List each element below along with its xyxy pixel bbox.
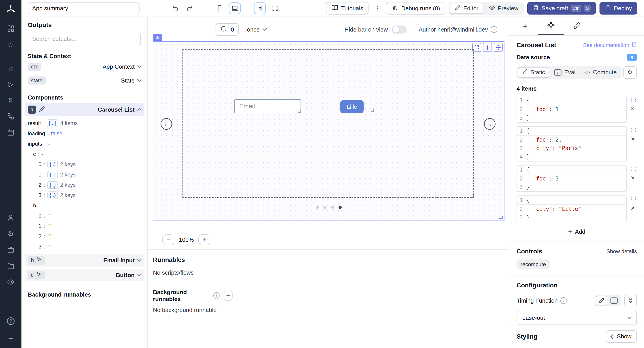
chevron-down-icon: [137, 257, 142, 262]
ctx-row[interactable]: ctx App Context: [28, 60, 141, 74]
show-styling-button[interactable]: Show: [606, 330, 637, 343]
email-resize-handle[interactable]: [298, 110, 301, 113]
windmill-logo-icon[interactable]: [6, 4, 16, 14]
frequency-dropdown[interactable]: once: [247, 26, 266, 33]
flows-icon[interactable]: [0, 108, 22, 124]
app-canvas[interactable]: a Lille ← →: [153, 41, 504, 221]
redo-icon[interactable]: [184, 3, 195, 14]
folders-icon[interactable]: [0, 258, 22, 274]
home-icon[interactable]: ⌂: [0, 60, 22, 76]
editor-tab[interactable]: Editor: [450, 3, 484, 14]
bug-icon: [391, 4, 398, 12]
object-badge[interactable]: {..}: [48, 171, 58, 178]
more-menu-icon[interactable]: ⋮: [372, 4, 382, 12]
runs-play-icon[interactable]: ▷: [0, 76, 22, 92]
connect-plug-button[interactable]: [624, 295, 637, 306]
component-settings-tab[interactable]: [538, 17, 564, 35]
lille-button-component[interactable]: Lille: [340, 100, 364, 113]
carousel-prev-button[interactable]: ←: [160, 118, 172, 130]
preview-tab[interactable]: Preview: [484, 3, 523, 14]
center-layout-icon[interactable]: [254, 2, 266, 14]
runnables-empty: No scripts/flows: [153, 269, 232, 276]
object-badge[interactable]: {..}: [48, 192, 58, 199]
hide-bar-toggle[interactable]: [392, 26, 407, 34]
configuration-title: Configuration: [516, 282, 637, 289]
add-background-runnable-button[interactable]: +: [224, 291, 232, 300]
email-input-component[interactable]: [234, 99, 301, 113]
info-icon[interactable]: i: [213, 292, 220, 299]
styling-tab[interactable]: [564, 17, 590, 35]
delete-item-icon[interactable]: ×: [631, 205, 635, 212]
move-component-icon[interactable]: [494, 43, 503, 52]
drag-handle-icon[interactable]: ⋮⋮: [629, 97, 637, 102]
carousel-next-button[interactable]: →: [484, 118, 496, 130]
app-summary-input[interactable]: [28, 2, 140, 14]
schedules-calendar-icon[interactable]: [0, 124, 22, 140]
object-badge[interactable]: {..}: [48, 160, 58, 168]
desktop-view-icon[interactable]: [229, 2, 240, 14]
insert-component-tab[interactable]: +: [512, 17, 538, 35]
mobile-view-icon[interactable]: [214, 2, 226, 14]
component-row-email-input[interactable]: b Email Input: [24, 254, 144, 266]
settings-gear-icon[interactable]: ⚙: [0, 226, 22, 242]
see-documentation-link[interactable]: See documentation: [583, 42, 637, 48]
drag-handle-icon[interactable]: ⋮⋮: [629, 128, 637, 132]
button-resize-handle[interactable]: [371, 109, 374, 112]
info-icon[interactable]: i: [560, 297, 567, 304]
audit-eye-icon[interactable]: [0, 274, 22, 290]
timing-static-button[interactable]: [596, 296, 607, 306]
json-editor[interactable]: 1{2 "foo": 33}: [516, 165, 626, 192]
mode-compute-button[interactable]: <> Compute: [580, 67, 621, 78]
workers-briefcase-icon[interactable]: [0, 242, 22, 258]
drag-handle-icon[interactable]: ⋮⋮: [629, 197, 637, 202]
outputs-title: Outputs: [28, 22, 141, 29]
help-icon[interactable]: ?: [0, 313, 22, 329]
zoom-out-button[interactable]: −: [162, 234, 174, 245]
carousel-container[interactable]: [182, 49, 474, 198]
add-item-button[interactable]: + Add: [516, 228, 637, 235]
deploy-button[interactable]: Deploy: [600, 2, 637, 14]
component-row-button[interactable]: c Button: [24, 269, 144, 281]
state-row[interactable]: state State: [28, 74, 141, 88]
json-editor[interactable]: 1{2 "city": "Lille"3}: [516, 196, 626, 222]
favorites-star-icon[interactable]: ☆: [0, 37, 22, 53]
carousel-dot[interactable]: [331, 206, 334, 209]
recompute-chip[interactable]: recompute: [516, 260, 550, 269]
users-icon[interactable]: [0, 210, 22, 226]
mode-static-button[interactable]: Static: [518, 67, 550, 78]
mode-eval-button[interactable]: ƒ Eval: [550, 67, 580, 78]
collapse-arrow-icon[interactable]: →: [0, 329, 22, 345]
carousel-dot[interactable]: [323, 206, 326, 209]
delete-item-icon[interactable]: ×: [631, 105, 635, 112]
info-icon[interactable]: i: [490, 26, 497, 33]
edit-pencil-icon[interactable]: [39, 106, 45, 114]
connect-plug-button[interactable]: [624, 66, 637, 79]
drag-handle-icon[interactable]: ⋮⋮: [629, 166, 637, 171]
delete-item-icon[interactable]: ×: [631, 136, 635, 142]
json-editor[interactable]: 1{2 "foo": 2,3 "city": "Paris"4}: [516, 126, 626, 162]
carousel-dot-active[interactable]: [338, 206, 342, 209]
timing-function-select[interactable]: ease-out: [516, 311, 637, 325]
show-details-link[interactable]: Show details: [606, 248, 637, 254]
undo-icon[interactable]: [170, 3, 181, 14]
anchor-icon[interactable]: [483, 43, 492, 52]
refresh-button[interactable]: 0: [216, 23, 239, 36]
mode-compute-label: Compute: [593, 69, 617, 76]
zoom-in-button[interactable]: +: [198, 234, 210, 245]
fullscreen-icon[interactable]: [269, 2, 281, 14]
search-outputs-input[interactable]: [28, 33, 141, 45]
json-editor[interactable]: 1{2 "foo": 13}: [516, 96, 626, 122]
apps-grid-icon[interactable]: [0, 20, 22, 37]
tutorials-button[interactable]: Tutorials: [326, 2, 369, 14]
doc-link-label: See documentation: [583, 42, 629, 48]
carousel-dot[interactable]: [316, 206, 319, 209]
component-row-carousel[interactable]: a Carousel List: [24, 103, 144, 116]
array-badge[interactable]: [...]: [47, 120, 58, 127]
variables-dollar-icon[interactable]: $: [0, 92, 22, 108]
debug-runs-button[interactable]: Debug runs (0): [386, 2, 445, 14]
timing-eval-button[interactable]: ƒ: [608, 296, 620, 306]
component-resize-handle[interactable]: [499, 216, 503, 219]
delete-item-icon[interactable]: ×: [631, 174, 635, 181]
object-badge[interactable]: {..}: [48, 181, 58, 189]
save-draft-button[interactable]: Save draft Ctrl S: [527, 2, 596, 14]
